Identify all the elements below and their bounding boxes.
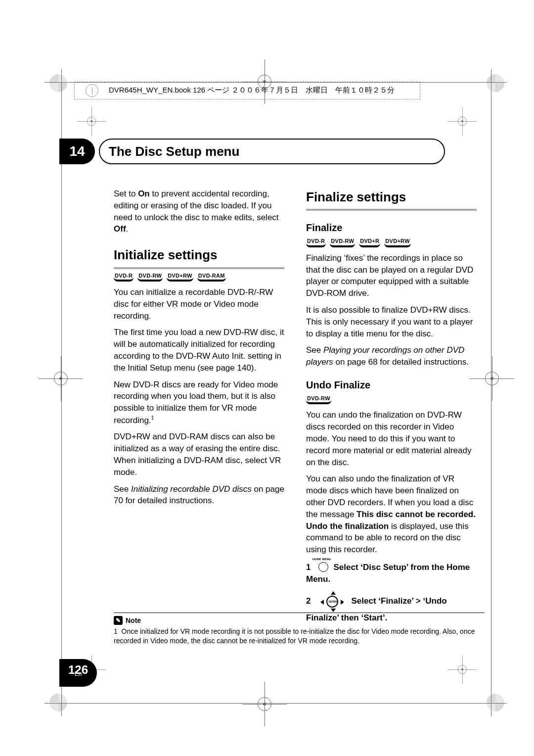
finalize-subheading: Finalize [306,221,477,235]
undo-finalize-p1: You can undo the finalization on DVD-RW … [306,409,477,468]
trim-line-left [61,69,62,716]
text: on page 68 for detailed instructions. [333,357,469,367]
disc-badge: DVD+R [359,237,380,247]
text: Set to [114,189,138,198]
corner-ornament-bottom-right [487,694,504,711]
footnote-block: ✎ Note 1 Once initialized for VR mode re… [114,604,485,646]
finalize-p1: Finalizing ‘fixes’ the recordings in pla… [306,252,477,299]
off-label: Off [114,224,126,234]
on-label: On [138,189,150,198]
trim-line-right [491,69,491,716]
corner-ornament-top-left [49,74,67,92]
footnote-body: Once initialized for VR mode recording i… [114,627,475,645]
chapter-number-badge: 14 [59,139,95,164]
disc-badge: DVD+RW [167,272,193,282]
initialize-settings-heading: Initialize settings [114,246,284,269]
initialize-disc-badges: DVD-R DVD-RW DVD+RW DVD-RAM [114,272,284,282]
chapter-title-capsule: The Disc Setup menu [99,139,445,164]
book-header-icon [86,84,98,97]
disc-badge: DVD-RW [306,395,331,404]
footnote-rule [114,613,485,613]
initialize-p2: The first time you load a new DVD-RW dis… [114,327,284,374]
step-1: 1 Select ‘Disc Setup’ from the Home Menu… [306,562,477,585]
corner-ornament-bottom-left [49,694,67,711]
lock-disc-paragraph: Set to On to prevent accidental recordin… [114,188,284,235]
home-menu-button-icon [318,562,328,572]
corner-ornament-top-right [487,74,504,92]
content-columns: Set to On to prevent accidental recordin… [114,188,485,626]
undo-finalize-subheading: Undo Finalize [306,378,477,392]
initialize-p3: New DVD-R discs are ready for Video mode… [114,379,284,426]
footnote-number: 1 [114,627,118,635]
language-label: En [59,663,97,685]
disc-badge: DVD-RW [137,272,163,282]
registration-mark-mini-br [448,655,477,684]
disc-badge: DVD-R [114,272,134,282]
footnote-text: 1 Once initialized for VR mode recording… [114,627,485,646]
disc-badge: DVD-R [306,237,326,247]
right-column: Finalize settings Finalize DVD-R DVD-RW … [306,188,477,626]
chapter-title: The Disc Setup menu [109,144,239,159]
finalize-disc-badges: DVD-R DVD-RW DVD+R DVD+RW [306,237,477,247]
finalize-settings-heading: Finalize settings [306,188,477,211]
registration-mark-bottom [242,682,287,726]
undo-finalize-p2: You can also undo the finalization of VR… [306,473,477,556]
page-number-badge: 126 En [59,659,97,687]
note-icon: ✎ [114,616,123,625]
note-label: Note [126,616,141,624]
trim-line-bottom [44,703,507,704]
initialize-p4: DVD+RW and DVD-RAM discs can also be ini… [114,431,284,478]
initialize-p5: See Initializing recordable DVD discs on… [114,483,284,507]
text: See [114,484,131,494]
book-header-text: DVR645H_WY_EN.book 126 ページ ２００６年７月５日 水曜日… [109,86,395,95]
step-text: Select ‘Disc Setup’ from the Home Menu. [306,563,470,584]
text: New DVD-R discs are ready for Video mode… [114,380,278,425]
note-heading: ✎ Note [114,616,141,625]
finalize-p3: See Playing your recordings on other DVD… [306,344,477,368]
initialize-p1: You can initialize a recordable DVD-R/-R… [114,286,284,322]
footnote-ref: 1 [151,415,154,421]
disc-badge: DVD-RAM [197,272,226,282]
disc-badge: DVD+RW [384,237,411,247]
disc-badge: DVD-RW [330,237,355,247]
registration-mark-left [39,356,83,401]
finalize-p2: It is also possible to finalize DVD+RW d… [306,304,477,339]
cross-ref-italic: Initializing recordable DVD discs [131,484,252,494]
step-number: 1 [306,562,315,573]
registration-mark-mini-tl [77,107,106,136]
text: . [126,224,129,234]
undo-finalize-disc-badges: DVD-RW [306,395,477,404]
text: See [306,345,323,355]
left-column: Set to On to prevent accidental recordin… [114,188,284,626]
registration-mark-mini-tr [448,107,477,136]
